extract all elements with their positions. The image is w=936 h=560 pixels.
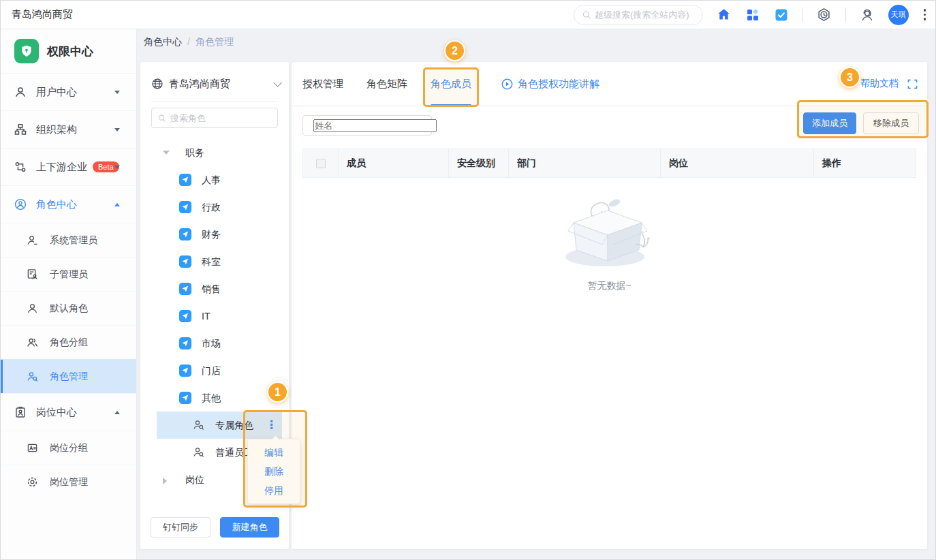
sidebar-item-label: 默认角色 [50,302,88,315]
sidebar-item-label: 岗位分组 [50,442,88,454]
chevron-down-icon [273,78,282,87]
gear-icon [27,476,38,488]
header-department: 部门 [509,149,661,177]
tree-item[interactable]: 行政 [140,193,289,221]
role-users-icon [193,446,204,458]
company-selector[interactable]: 青岛鸿尚商贸 [151,72,279,96]
sidebar-item-user-center[interactable]: 用户中心 [1,73,136,110]
home-icon[interactable] [717,7,732,22]
sidebar-item-label: 组织架构 [36,123,77,136]
sidebar-item-post-manage[interactable]: 岗位管理 [1,465,136,499]
breadcrumb-section[interactable]: 角色中心 [144,36,182,48]
role-search-input[interactable] [170,113,271,123]
divider [845,7,846,22]
more-menu-icon[interactable] [922,7,928,22]
chevron-up-icon [114,203,120,206]
tasks-icon[interactable] [774,7,789,22]
sidebar-item-label: 角色分组 [50,337,88,349]
tree-item[interactable]: 科室 [140,248,289,275]
topbar: 青岛鸿尚商贸 [1,1,936,29]
global-search[interactable] [574,5,703,25]
annotation-rect-1 [243,410,307,508]
role-tag-icon [179,201,191,213]
tree-item[interactable]: 人事 [140,166,289,193]
tree-item[interactable]: 门店 [140,357,289,384]
doc-user-icon [27,268,38,280]
label-a-icon [27,442,38,454]
approval-clock-icon[interactable] [817,7,832,22]
tree-group-label: 职务 [185,147,204,159]
annotation-rect-2 [423,67,479,107]
sidebar-item-system-admin[interactable]: 系统管理员 [1,223,136,257]
company-brand: 青岛鸿尚商贸 [12,8,73,21]
sidebar-item-role-center[interactable]: 角色中心 [1,185,136,223]
member-name-search[interactable] [302,115,432,136]
link-enterprises-icon [14,161,27,173]
org-chart-icon [14,123,27,136]
tree-item-label: IT [202,311,210,322]
role-tag-icon [179,392,191,404]
empty-state: 暂无数据~ [292,191,927,292]
company-name: 青岛鸿尚商贸 [169,78,230,91]
header-member: 成员 [339,149,449,177]
sidebar-item-sub-admin[interactable]: 子管理员 [1,257,136,291]
sidebar-item-label: 子管理员 [50,268,88,281]
app-header: 权限中心 [1,29,136,73]
tree-item[interactable]: 财务 [140,221,289,248]
feature-video-link[interactable]: 角色授权功能讲解 [501,78,599,91]
tree-item[interactable]: IT [140,302,289,330]
new-role-button[interactable]: 新建角色 [220,517,279,538]
role-users-icon [193,419,204,431]
divider [151,102,278,102]
empty-box-illustration [552,191,668,273]
tree-group-duty[interactable]: 职务 [140,139,289,166]
tree-item-label: 其他 [202,392,221,405]
role-tag-icon [179,337,191,349]
avatar[interactable]: 天琪 [888,5,909,25]
caret-right-icon[interactable] [163,478,167,484]
tree-item[interactable]: 销售 [140,275,289,302]
select-all-checkbox[interactable] [316,159,326,168]
sidebar-item-post-center[interactable]: 岗位中心 [1,393,136,431]
tree-item-label: 门店 [202,365,221,377]
divider [802,7,803,22]
sidebar-item-label: 角色管理 [50,371,88,383]
support-headset-icon[interactable] [860,7,875,22]
sidebar-item-post-group[interactable]: 岗位分组 [1,431,136,465]
empty-text: 暂无数据~ [587,280,631,292]
tab-role-matrix[interactable]: 角色矩阵 [366,62,407,106]
tree-item[interactable]: 市场 [140,330,289,357]
sidebar-item-default-role[interactable]: 默认角色 [1,291,136,325]
tree-item-label: 行政 [202,202,221,214]
help-doc-link[interactable]: 帮助文档 [860,78,899,90]
dingtalk-sync-button[interactable]: 钉钉同步 [151,517,210,538]
breadcrumb-separator: / [187,36,190,48]
annotation-circle-1: 1 [267,382,288,403]
sidebar-item-org[interactable]: 组织架构 [1,110,136,148]
tree-item-label: 销售 [202,283,221,296]
tree-item-label: 市场 [202,338,221,350]
global-search-input[interactable] [595,10,694,20]
badge-icon [14,406,27,418]
chevron-down-icon [114,166,120,169]
sidebar-item-updown-enterprise[interactable]: 上下游企业 Beta [1,148,136,185]
role-search[interactable] [151,108,278,128]
sidebar-item-role-group[interactable]: 角色分组 [1,325,136,359]
fullscreen-icon[interactable] [907,79,918,89]
tab-auth-manage[interactable]: 授权管理 [302,62,343,106]
member-name-input[interactable] [313,119,437,132]
feature-video-label: 角色授权功能讲解 [518,78,599,91]
sidebar: 权限中心 用户中心 组织架构 上下游企业 Beta [1,29,137,560]
header-checkbox-cell [303,149,339,177]
chevron-up-icon [114,411,120,414]
annotation-circle-2: 2 [444,40,465,61]
apps-grid-icon[interactable] [745,7,760,22]
sidebar-item-label: 系统管理员 [50,234,97,247]
role-tag-icon [179,283,191,295]
sidebar-item-role-manage[interactable]: 角色管理 [1,359,136,393]
caret-down-icon[interactable] [163,151,170,155]
role-tag-icon [179,310,191,322]
members-table-header: 成员 安全级别 部门 岗位 操作 [302,149,916,178]
tree-item[interactable]: 其他 [140,384,289,411]
search-icon [582,10,591,20]
